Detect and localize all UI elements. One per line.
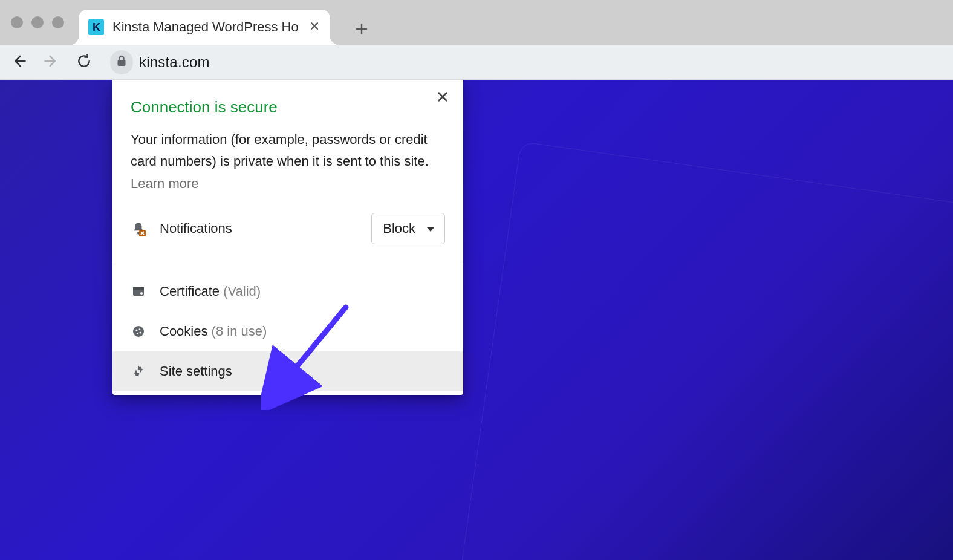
cookies-text: Cookies (8 in use) — [160, 324, 267, 339]
notifications-value: Block — [383, 221, 415, 236]
new-tab-button[interactable] — [347, 16, 376, 45]
url-text: kinsta.com — [139, 54, 210, 71]
popup-divider — [112, 265, 463, 265]
site-info-button[interactable] — [110, 50, 133, 74]
cookie-icon — [131, 324, 146, 339]
certificate-text: Certificate (Valid) — [160, 284, 261, 299]
svg-point-5 — [140, 292, 143, 295]
connection-description-text: Your information (for example, passwords… — [131, 132, 429, 169]
browser-tab-strip: K Kinsta Managed WordPress Ho — [0, 0, 953, 45]
lock-icon — [116, 55, 127, 70]
forward-button[interactable] — [41, 52, 62, 73]
svg-point-6 — [133, 326, 144, 337]
popup-close-button[interactable] — [433, 88, 452, 108]
notifications-label: Notifications — [160, 221, 232, 236]
back-button[interactable] — [8, 52, 29, 73]
caret-down-icon — [426, 221, 435, 236]
window-close-dot[interactable] — [11, 16, 23, 28]
svg-point-9 — [140, 331, 141, 333]
close-icon — [437, 91, 449, 105]
notifications-select[interactable]: Block — [371, 213, 445, 244]
svg-rect-0 — [118, 60, 126, 66]
reload-icon — [76, 53, 92, 71]
close-icon — [310, 21, 319, 33]
site-settings-label: Site settings — [160, 363, 232, 379]
svg-point-10 — [137, 333, 138, 334]
address-bar[interactable]: kinsta.com — [106, 49, 945, 76]
window-zoom-dot[interactable] — [52, 16, 64, 28]
page-viewport: Connection is secure Your information (f… — [0, 80, 953, 560]
window-minimize-dot[interactable] — [31, 16, 44, 28]
close-tab-button[interactable] — [307, 20, 322, 34]
reload-button[interactable] — [74, 52, 94, 73]
connection-secure-heading: Connection is secure — [131, 98, 445, 117]
certificate-label: Certificate — [160, 284, 220, 299]
permission-notifications-row: Notifications Block — [131, 213, 445, 259]
gear-icon — [131, 363, 146, 379]
site-settings-row[interactable]: Site settings — [112, 351, 463, 391]
site-info-popup: Connection is secure Your information (f… — [112, 80, 463, 395]
arrow-right-icon — [43, 53, 60, 72]
connection-description: Your information (for example, passwords… — [131, 129, 445, 195]
browser-toolbar: kinsta.com — [0, 45, 953, 80]
certificate-row[interactable]: Certificate (Valid) — [112, 272, 463, 311]
cookies-status: (8 in use) — [212, 324, 267, 339]
svg-point-12 — [137, 370, 140, 373]
tabs-area: K Kinsta Managed WordPress Ho — [79, 0, 376, 45]
svg-rect-4 — [133, 287, 144, 290]
svg-point-7 — [135, 329, 137, 331]
cookies-label: Cookies — [160, 324, 207, 339]
svg-point-8 — [139, 328, 141, 330]
plus-icon — [355, 22, 368, 38]
certificate-icon — [131, 284, 146, 299]
cookies-row[interactable]: Cookies (8 in use) — [112, 311, 463, 351]
tab-favicon: K — [88, 19, 104, 35]
window-controls — [11, 16, 64, 28]
bell-blocked-icon — [131, 221, 146, 236]
tab-title: Kinsta Managed WordPress Ho — [112, 19, 299, 35]
active-tab[interactable]: K Kinsta Managed WordPress Ho — [79, 10, 330, 45]
certificate-status: (Valid) — [223, 284, 261, 299]
arrow-left-icon — [10, 53, 27, 72]
learn-more-link[interactable]: Learn more — [131, 176, 199, 191]
